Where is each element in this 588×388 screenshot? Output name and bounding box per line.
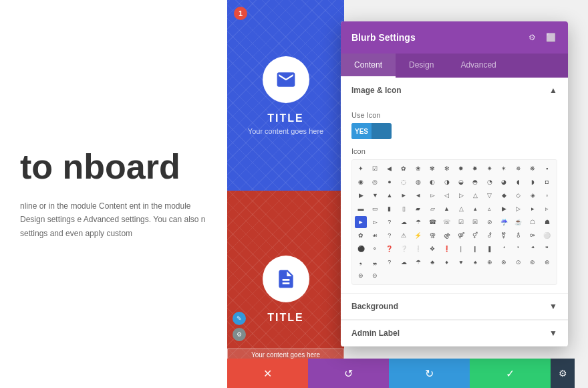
icon-cell-96[interactable]: ❝ (527, 243, 539, 255)
icon-cell-15[interactable]: ◎ (369, 176, 381, 188)
icon-cell-43[interactable]: ▭ (369, 203, 381, 215)
icon-cell-35[interactable]: ▷ (455, 189, 467, 201)
icon-cell-91[interactable]: ❘ (455, 243, 467, 255)
icon-cell-92[interactable]: ❙ (469, 243, 481, 255)
icon-cell-25[interactable]: ◖ (512, 176, 525, 188)
icon-cell-2[interactable]: ◀ (384, 163, 396, 175)
icon-cell-49[interactable]: △ (455, 203, 467, 215)
icon-cell-78[interactable]: ⚥ (469, 229, 481, 241)
icon-cell-89[interactable]: ❖ (426, 243, 438, 255)
icon-cell-87[interactable]: ❔ (398, 243, 410, 255)
blue-card[interactable]: 1 TITLE Your content goes here (227, 0, 344, 191)
icon-cell-73[interactable]: ⚠ (398, 229, 410, 241)
icon-cell-54[interactable]: ▸ (527, 203, 539, 215)
tab-content[interactable]: Content (341, 54, 396, 78)
edit-settings-icon[interactable]: ⚙ (233, 328, 246, 341)
icon-cell-36[interactable]: △ (469, 189, 481, 201)
expand-icon[interactable]: ⬜ (544, 31, 557, 44)
icon-cell-34[interactable]: ◁ (441, 189, 453, 201)
icon-cell-111[interactable]: ⊛ (541, 256, 553, 268)
icon-cell-70[interactable]: ✿ (355, 229, 367, 241)
icon-cell-72[interactable]: ? (384, 229, 396, 241)
icon-cell-1[interactable]: ☑ (369, 163, 381, 175)
icon-cell-76[interactable]: ⚣ (441, 229, 453, 241)
icon-cell-97[interactable]: ❞ (541, 243, 553, 255)
section-admin-label-header[interactable]: Admin Label ▼ (341, 320, 568, 347)
icon-cell-98[interactable]: ❟ (355, 256, 367, 268)
icon-cell-93[interactable]: ❚ (484, 243, 496, 255)
icon-cell-3[interactable]: ✿ (398, 163, 410, 175)
icon-cell-14[interactable]: ◉ (355, 176, 367, 188)
icon-cell-48[interactable]: ▲ (441, 203, 453, 215)
icon-cell-39[interactable]: ◇ (512, 189, 525, 201)
icon-grid[interactable]: ✦☑◀✿❀✾✻✹✸✷✶✵❋▪◉◎●◌◍◐◑◒◓◔◕◖◗◘▶▼▲►◄▻◁▷△▽◆◇… (351, 159, 557, 285)
undo-button[interactable]: ↺ (308, 359, 389, 388)
icon-cell-41[interactable]: ▫ (541, 189, 553, 201)
use-icon-toggle[interactable]: YES (351, 123, 392, 139)
tab-advanced[interactable]: Advanced (447, 54, 509, 78)
icon-cell-5[interactable]: ✾ (426, 163, 438, 175)
icon-cell-108[interactable]: ⊗ (498, 256, 510, 268)
icon-cell-28[interactable]: ▶ (355, 189, 367, 201)
icon-cell-104[interactable]: ♦ (441, 256, 453, 268)
icon-cell-90[interactable]: ❗ (441, 243, 453, 255)
icon-cell-62[interactable]: ☏ (441, 216, 453, 228)
icon-cell-40[interactable]: ◈ (527, 189, 539, 201)
section-image-icon-header[interactable]: Image & Icon ▲ (341, 78, 568, 103)
icon-cell-58[interactable]: ? (384, 216, 396, 228)
icon-cell-23[interactable]: ◔ (484, 176, 496, 188)
icon-cell-94[interactable]: ❛ (498, 243, 510, 255)
icon-cell-4[interactable]: ❀ (412, 163, 424, 175)
icon-cell-29[interactable]: ▼ (369, 189, 381, 201)
tab-design[interactable]: Design (396, 54, 447, 78)
icon-cell-31[interactable]: ► (398, 189, 410, 201)
icon-cell-85[interactable]: ⚬ (369, 243, 381, 255)
icon-cell-66[interactable]: ☔ (498, 216, 510, 228)
icon-cell-113[interactable]: ⊝ (369, 270, 381, 282)
icon-cell-24[interactable]: ◕ (498, 176, 510, 188)
icon-cell-105[interactable]: ♥ (455, 256, 467, 268)
icon-cell-103[interactable]: ♣ (426, 256, 438, 268)
icon-cell-19[interactable]: ◐ (426, 176, 438, 188)
icon-cell-27[interactable]: ◘ (541, 176, 553, 188)
icon-cell-60[interactable]: ☂ (412, 216, 424, 228)
icon-cell-12[interactable]: ❋ (527, 163, 539, 175)
icon-cell-84[interactable]: ⚫ (355, 243, 367, 255)
icon-cell-8[interactable]: ✸ (469, 163, 481, 175)
icon-cell-61[interactable]: ☎ (426, 216, 438, 228)
icon-cell-79[interactable]: ⚦ (484, 229, 496, 241)
icon-cell-10[interactable]: ✶ (498, 163, 510, 175)
icon-cell-9[interactable]: ✷ (484, 163, 496, 175)
section-background-header[interactable]: Background ▼ (341, 294, 568, 320)
icon-cell-83[interactable]: ⚪ (541, 229, 553, 241)
icon-cell-6[interactable]: ✻ (441, 163, 453, 175)
icon-cell-21[interactable]: ◒ (455, 176, 467, 188)
icon-cell-95[interactable]: ❜ (512, 243, 525, 255)
redo-button[interactable]: ↻ (389, 359, 470, 388)
icon-cell-17[interactable]: ◌ (398, 176, 410, 188)
icon-cell-38[interactable]: ◆ (498, 189, 510, 201)
settings-icon[interactable]: ⚙ (525, 31, 539, 44)
icon-cell-16[interactable]: ● (384, 176, 396, 188)
icon-cell-74[interactable]: ⚡ (412, 229, 424, 241)
icon-cell-112[interactable]: ⊜ (355, 270, 367, 282)
icon-cell-102[interactable]: ☂ (412, 256, 424, 268)
icon-cell-30[interactable]: ▲ (384, 189, 396, 201)
icon-cell-56[interactable]: ► (355, 216, 367, 228)
icon-cell-47[interactable]: ▱ (426, 203, 438, 215)
icon-cell-22[interactable]: ◓ (469, 176, 481, 188)
icon-cell-109[interactable]: ⊙ (512, 256, 525, 268)
icon-cell-81[interactable]: ⚨ (512, 229, 525, 241)
icon-cell-107[interactable]: ⊕ (484, 256, 496, 268)
icon-cell-46[interactable]: ▰ (412, 203, 424, 215)
icon-cell-57[interactable]: ▻ (369, 216, 381, 228)
icon-cell-0[interactable]: ✦ (355, 163, 367, 175)
icon-cell-101[interactable]: ☁ (398, 256, 410, 268)
icon-cell-53[interactable]: ▷ (512, 203, 525, 215)
edit-pencil-icon[interactable]: ✎ (233, 312, 246, 325)
icon-cell-69[interactable]: ☗ (541, 216, 553, 228)
icon-cell-67[interactable]: ☕ (512, 216, 525, 228)
icon-cell-44[interactable]: ▮ (384, 203, 396, 215)
icon-cell-82[interactable]: ⚩ (527, 229, 539, 241)
icon-cell-64[interactable]: ☒ (469, 216, 481, 228)
